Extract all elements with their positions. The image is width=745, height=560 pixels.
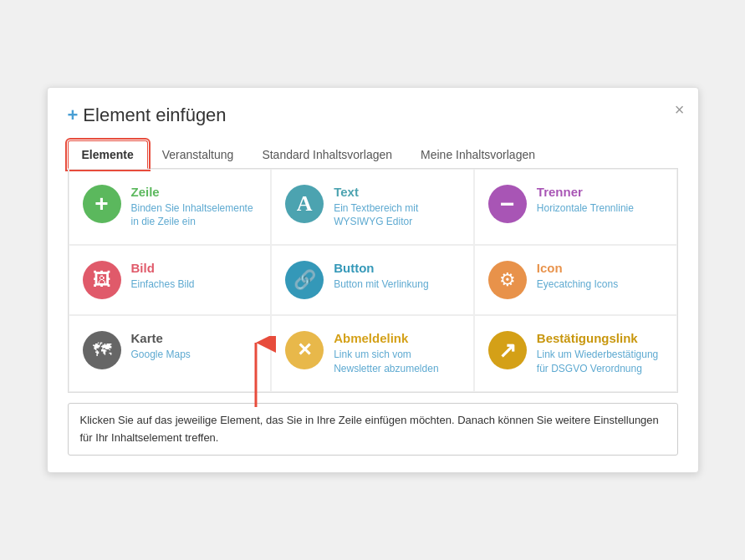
- element-cell-zeile[interactable]: +ZeileBinden Sie Inhaltselemente in die …: [69, 169, 272, 246]
- text-title: Text: [334, 185, 460, 199]
- dialog-title: + Element einfügen: [68, 104, 678, 126]
- element-cell-trenner[interactable]: −TrennerHorizontale Trennlinie: [474, 169, 677, 246]
- element-cell-text[interactable]: ATextEin Textbereich mit WYSIWYG Editor: [271, 169, 474, 246]
- plus-icon: +: [68, 104, 79, 126]
- tab-standard[interactable]: Standard Inhaltsvorlagen: [247, 140, 406, 169]
- bestaetigungslink-icon: ↗: [488, 331, 527, 369]
- trenner-title: Trenner: [537, 185, 634, 199]
- karte-icon: 🗺: [83, 331, 121, 369]
- icon-icon: ⚙: [488, 261, 527, 299]
- element-cell-bestaetigungslink[interactable]: ↗BestätigungslinkLink um Wiederbestätigu…: [474, 315, 677, 392]
- bild-desc: Einfaches Bild: [131, 277, 195, 292]
- tab-bar: ElementeVeranstaltungStandard Inhaltsvor…: [68, 140, 678, 169]
- info-box: Klicken Sie auf das jeweilige Element, d…: [68, 403, 678, 456]
- element-cell-abmeldelink[interactable]: ✕AbmeldelinkLink um sich vom Newsletter …: [271, 315, 474, 392]
- text-desc: Ein Textbereich mit WYSIWYG Editor: [334, 201, 460, 230]
- zeile-title: Zeile: [131, 185, 258, 199]
- insert-element-dialog: + Element einfügen × ElementeVeranstaltu…: [47, 87, 699, 474]
- bestaetigungslink-desc: Link um Wiederbestätigung für DSGVO Vero…: [537, 348, 663, 376]
- icon-title: Icon: [537, 261, 618, 275]
- bild-icon: 🖼: [83, 261, 121, 299]
- close-button[interactable]: ×: [675, 101, 685, 118]
- element-cell-icon[interactable]: ⚙IconEyecatching Icons: [474, 245, 677, 315]
- tab-elemente[interactable]: Elemente: [68, 140, 148, 169]
- text-icon: A: [285, 185, 324, 223]
- trenner-icon: −: [488, 185, 527, 223]
- abmeldelink-icon: ✕: [285, 331, 324, 369]
- bestaetigungslink-title: Bestätigungslink: [537, 331, 663, 345]
- trenner-desc: Horizontale Trennlinie: [537, 201, 634, 216]
- element-cell-bild[interactable]: 🖼BildEinfaches Bild: [69, 245, 272, 315]
- icon-desc: Eyecatching Icons: [537, 277, 618, 292]
- element-cell-button[interactable]: 🔗ButtonButton mit Verlinkung: [271, 245, 474, 315]
- element-cell-karte[interactable]: 🗺KarteGoogle Maps: [69, 315, 272, 392]
- button-icon: 🔗: [285, 261, 324, 299]
- karte-title: Karte: [131, 331, 191, 345]
- abmeldelink-desc: Link um sich vom Newsletter abzumelden: [334, 348, 460, 376]
- bild-title: Bild: [131, 261, 195, 275]
- elements-grid: +ZeileBinden Sie Inhaltselemente in die …: [68, 169, 678, 393]
- button-title: Button: [334, 261, 428, 275]
- karte-desc: Google Maps: [131, 348, 191, 362]
- abmeldelink-title: Abmeldelink: [334, 331, 460, 345]
- tab-veranstaltung[interactable]: Veranstaltung: [148, 140, 248, 169]
- zeile-icon: +: [83, 185, 121, 223]
- button-desc: Button mit Verlinkung: [334, 277, 428, 292]
- zeile-desc: Binden Sie Inhaltselemente in die Zeile …: [131, 201, 258, 230]
- tab-meine[interactable]: Meine Inhaltsvorlagen: [406, 140, 549, 169]
